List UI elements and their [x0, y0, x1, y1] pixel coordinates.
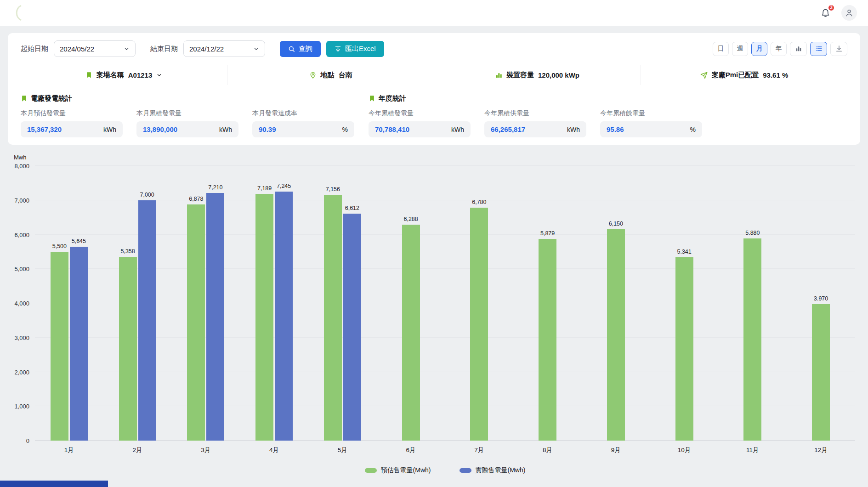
search-button-label: 查詢 — [299, 45, 312, 53]
annual-stats-title-row: 年度統計 — [369, 94, 702, 103]
bar-estimated-7月: 6,780 — [470, 208, 488, 441]
site-name-selector[interactable]: 案場名稱 A01213 — [21, 65, 227, 85]
bar-value-label: 5,879 — [540, 230, 555, 237]
plant-stat-cards: 本月預估發電量 15,367,320 kWh 本月累積發電量 13,890,00… — [21, 109, 354, 137]
topbar-actions: 3 — [819, 5, 857, 21]
bar-value-label: 3.970 — [814, 295, 828, 302]
stat-card-monthly-achievement: 本月發電達成率 90.39 % — [252, 109, 354, 137]
stat-label: 今年累積發電量 — [369, 109, 471, 118]
x-axis-tick-label: 11月 — [719, 446, 787, 454]
chevron-down-icon — [124, 46, 130, 52]
x-axis-tick-label: 10月 — [650, 446, 719, 454]
legend-label: 實際售電量(Mwh) — [476, 466, 526, 475]
bar-chart-icon — [795, 45, 802, 52]
bar-value-label: 5.880 — [745, 230, 760, 236]
y-axis-tick-label: 1,000 — [14, 403, 29, 410]
bar-group-9月: 6,150 — [582, 166, 650, 441]
range-button-週[interactable]: 週 — [732, 42, 748, 56]
annual-stats-title: 年度統計 — [379, 94, 406, 103]
annual-stats-section: 年度統計 今年累積發電量 70,788,410 kWh 今年累積供電量 66,2… — [369, 94, 702, 137]
download-icon — [835, 45, 843, 52]
user-icon — [845, 8, 854, 17]
bar-estimated-12月: 3.970 — [812, 304, 830, 441]
stat-card-monthly-estimated: 本月預估發電量 15,367,320 kWh — [21, 109, 123, 137]
view-toggle-group — [790, 42, 847, 56]
x-axis-tick-label: 4月 — [240, 446, 308, 454]
list-icon — [815, 45, 823, 52]
bar-group-4月: 7,1897,245 — [240, 166, 308, 441]
summary-card: 起始日期 2024/05/22 結束日期 2024/12/22 查詢 匯出Exc… — [8, 33, 860, 145]
bar-group-8月: 5,879 — [513, 166, 582, 441]
stat-label: 本月預估發電量 — [21, 109, 123, 118]
bar-estimated-10月: 5.341 — [675, 257, 693, 441]
stat-card-yearly-remaining: 今年累積餘電量 95.86 % — [600, 109, 702, 137]
y-axis-tick-label: 6,000 — [14, 231, 29, 238]
export-button-label: 匯出Excel — [345, 45, 376, 53]
y-axis-tick-label: 3,000 — [14, 334, 29, 341]
start-date-input[interactable]: 2024/05/22 — [54, 40, 136, 57]
top-bar: 3 — [0, 0, 868, 26]
legend-marker — [460, 468, 471, 473]
x-axis-tick-label: 1月 — [35, 446, 103, 454]
stat-pill: 70,788,410 kWh — [369, 121, 471, 137]
start-date-label: 起始日期 — [21, 45, 48, 53]
search-icon — [288, 45, 295, 52]
legend-item-actual[interactable]: 實際售電量(Mwh) — [460, 466, 526, 475]
capacity-label: 裝置容量 — [506, 71, 534, 79]
bar-value-label: 7,000 — [140, 192, 154, 198]
bar-actual-3月: 7,210 — [206, 193, 224, 441]
range-button-年[interactable]: 年 — [771, 42, 787, 56]
stat-value: 13,890,000 — [143, 125, 177, 133]
download-button[interactable] — [830, 42, 847, 56]
bar-estimated-6月: 6,288 — [402, 225, 420, 441]
stat-card-yearly-supplied: 今年累積供電量 66,265,817 kWh — [484, 109, 586, 137]
list-view-button[interactable] — [810, 42, 827, 56]
x-axis-tick-label: 8月 — [513, 446, 582, 454]
bar-estimated-3月: 6,878 — [187, 204, 205, 441]
stat-label: 本月發電達成率 — [252, 109, 354, 118]
range-button-日[interactable]: 日 — [713, 42, 729, 56]
stat-pill: 90.39 % — [252, 121, 354, 137]
bar-group-11月: 5.880 — [719, 166, 787, 441]
y-axis-tick-label: 7,000 — [14, 197, 29, 204]
y-axis-tick-label: 5,000 — [14, 266, 29, 272]
plant-stats-title: 電廠發電統計 — [31, 94, 72, 103]
annual-stat-cards: 今年累積發電量 70,788,410 kWh 今年累積供電量 66,265,81… — [369, 109, 702, 137]
chevron-down-icon — [156, 72, 162, 78]
search-button[interactable]: 查詢 — [280, 41, 321, 57]
bar-value-label: 6,878 — [189, 196, 203, 202]
chart: Mwh 01,0002,0003,0004,0005,0006,0007,000… — [0, 150, 868, 475]
notifications-button[interactable]: 3 — [819, 6, 832, 20]
chart-plot: 01,0002,0003,0004,0005,0006,0007,0008,00… — [35, 166, 855, 441]
chart-x-labels: 1月2月3月4月5月6月7月8月9月10月11月12月 — [35, 446, 855, 454]
filter-row: 起始日期 2024/05/22 結束日期 2024/12/22 查詢 匯出Exc… — [21, 40, 847, 57]
stat-unit: % — [690, 126, 696, 133]
bar-chart-view-button[interactable] — [790, 42, 807, 56]
end-date-label: 結束日期 — [150, 45, 178, 53]
legend-item-estimated[interactable]: 預估售電量(Mwh) — [365, 466, 431, 475]
bar-value-label: 7,189 — [257, 185, 272, 192]
bar-actual-5月: 6,612 — [343, 214, 361, 441]
export-excel-button[interactable]: 匯出Excel — [326, 41, 384, 57]
chart-y-axis-title: Mwh — [14, 154, 26, 161]
bar-estimated-2月: 5,358 — [119, 257, 137, 441]
x-axis-tick-label: 2月 — [103, 446, 172, 454]
pmi-configured: 案廠Pmi已配置 93.61 % — [641, 65, 847, 85]
stat-pill: 15,367,320 kWh — [21, 121, 123, 137]
stat-label: 今年累積供電量 — [484, 109, 586, 118]
chart-bar-groups: 5,5005,6455,3587,0006,8787,2107,1897,245… — [35, 166, 855, 441]
user-menu-button[interactable] — [841, 5, 857, 21]
range-button-月[interactable]: 月 — [751, 42, 767, 56]
bar-group-3月: 6,8787,210 — [172, 166, 240, 441]
stat-unit: kWh — [103, 126, 116, 133]
range-toggle-group: 日週月年 — [713, 42, 787, 56]
end-date-input[interactable]: 2024/12/22 — [183, 40, 265, 57]
capacity-bars-icon — [495, 72, 502, 79]
start-date-value: 2024/05/22 — [60, 45, 94, 53]
plant-stats-section: 電廠發電統計 本月預估發電量 15,367,320 kWh 本月累積發電量 13… — [21, 94, 354, 137]
bar-value-label: 5,645 — [72, 238, 86, 244]
bar-group-5月: 7,1566,612 — [308, 166, 377, 441]
bar-value-label: 7,245 — [277, 183, 291, 189]
legend-label: 預估售電量(Mwh) — [381, 466, 431, 475]
stat-unit: kWh — [567, 126, 580, 133]
